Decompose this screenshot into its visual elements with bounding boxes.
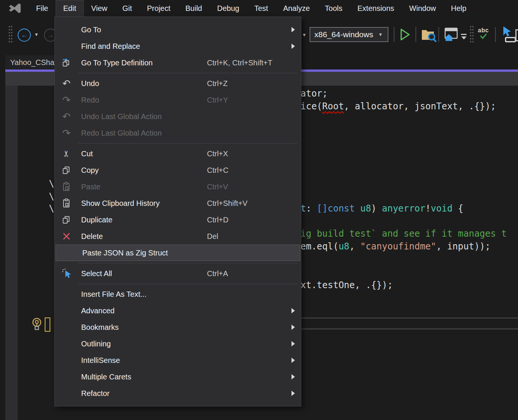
menu-item-redo[interactable]: ↷RedoCtrl+Y — [55, 92, 301, 108]
submenu-arrow-icon — [291, 27, 295, 32]
menu-item-undo-last-global-action[interactable]: ↶Undo Last Global Action — [55, 108, 301, 125]
copy-icon — [55, 166, 78, 175]
quick-actions-lightbulb[interactable] — [32, 317, 42, 332]
menu-item-find-and-replace[interactable]: Find and Replace — [55, 38, 301, 54]
build-config-dropdown[interactable]: x86_64-windows ▼ — [310, 27, 388, 42]
menubar-item-view[interactable]: View — [84, 0, 115, 17]
clipboard-icon — [55, 198, 78, 208]
menu-item-copy[interactable]: CopyCtrl+C — [55, 162, 301, 178]
code-line: xt.testOne, .{}); — [301, 279, 393, 292]
pane-splitter[interactable] — [301, 317, 518, 319]
menu-item-multiple-carets[interactable]: Multiple Carets — [55, 369, 301, 385]
home-window-button[interactable] — [444, 27, 458, 42]
code-token: { — [453, 203, 464, 214]
clipped-toolbar-icon[interactable] — [515, 29, 518, 41]
menu-item-label: Paste — [81, 183, 100, 191]
menu-item-go-to[interactable]: Go To — [55, 21, 301, 38]
menu-item-paste[interactable]: PasteCtrl+V — [55, 178, 301, 195]
menu-item-label: Refactor — [81, 389, 110, 398]
code-token: ice( — [301, 101, 322, 112]
pane-splitter[interactable] — [301, 328, 518, 329]
menu-item-label: Find and Replace — [81, 42, 140, 51]
code-token: , — [349, 241, 360, 252]
chevron-down-icon: ▼ — [378, 32, 383, 37]
menu-item-intellisense[interactable]: IntelliSense — [55, 352, 301, 369]
code-token: void — [431, 203, 453, 214]
menubar-item-build[interactable]: Build — [178, 0, 210, 17]
visual-studio-logo-icon — [8, 3, 23, 14]
build-config-value: x86_64-windows — [314, 30, 377, 39]
menubar-items: FileEditViewGitProjectBuildDebugTestAnal… — [29, 0, 474, 17]
menu-bar: FileEditViewGitProjectBuildDebugTestAnal… — [0, 0, 518, 17]
menu-separator — [78, 263, 298, 263]
menu-item-shortcut: Ctrl+Z — [207, 79, 228, 88]
menu-separator — [78, 73, 298, 73]
code-line: \ — [49, 202, 54, 215]
menu-item-insert-file-as-text[interactable]: Insert File As Text... — [55, 286, 301, 302]
code-token: ator; — [301, 88, 328, 99]
menu-item-label: Select All — [81, 269, 112, 278]
toolbar-drag-grip[interactable] — [470, 25, 474, 44]
code-token: Root — [322, 101, 344, 112]
code-token: em.eql( — [301, 241, 338, 252]
menu-item-label: Outlining — [81, 340, 111, 348]
code-token: \ — [49, 178, 54, 189]
menubar-item-help[interactable]: Help — [443, 0, 474, 17]
toolbar-overflow-dropdown[interactable] — [461, 34, 467, 39]
menubar-item-project[interactable]: Project — [139, 0, 178, 17]
menu-item-select-all[interactable]: Select AllCtrl+A — [55, 265, 301, 282]
menu-separator — [78, 143, 298, 144]
menu-item-duplicate[interactable]: DuplicateCtrl+D — [55, 212, 301, 228]
menubar-item-edit[interactable]: Edit — [56, 0, 83, 17]
menu-item-cut[interactable]: ✂CutCtrl+X — [55, 145, 301, 162]
menubar-item-debug[interactable]: Debug — [210, 0, 247, 17]
menu-item-redo-last-global-action[interactable]: ↷Redo Last Global Action — [55, 125, 301, 141]
menubar-item-git[interactable]: Git — [115, 0, 140, 17]
submenu-arrow-icon — [291, 358, 295, 363]
menu-item-label: Undo Last Global Action — [81, 112, 162, 121]
spell-check-label: abc — [478, 27, 489, 33]
find-in-files-button[interactable] — [421, 27, 436, 42]
run-button[interactable] — [399, 28, 411, 41]
menu-item-delete[interactable]: DeleteDel — [55, 228, 301, 245]
code-token: u8 — [338, 241, 349, 252]
menu-item-label: IntelliSense — [81, 356, 120, 365]
menu-item-label: Go To Type Definition — [81, 59, 153, 67]
menu-item-shortcut: Ctrl+Shift+V — [207, 199, 248, 208]
menu-item-paste-json-as-zig-struct[interactable]: Paste JSON as Zig Struct — [56, 245, 300, 261]
tab-label: Yahoo_CSha — [10, 58, 54, 67]
select-all-icon — [55, 268, 78, 279]
menubar-item-tools[interactable]: Tools — [317, 0, 350, 17]
hidden-combo-caret-icon[interactable]: ▼ — [302, 32, 307, 38]
menu-item-go-to-type-definition[interactable]: Go To Type DefinitionCtrl+K, Ctrl+Shift+… — [55, 54, 301, 71]
menu-item-shortcut: Ctrl+K, Ctrl+Shift+T — [207, 59, 272, 67]
code-line: ator; — [301, 87, 328, 100]
menu-item-outlining[interactable]: Outlining — [55, 335, 301, 352]
menu-item-shortcut: Ctrl+V — [207, 183, 228, 191]
menubar-item-analyze[interactable]: Analyze — [276, 0, 317, 17]
menubar-item-file[interactable]: File — [29, 0, 56, 17]
menu-item-advanced[interactable]: Advanced — [55, 302, 301, 319]
submenu-arrow-icon — [291, 308, 295, 313]
code-token: , input)); — [436, 241, 491, 252]
toolbar-drag-grip[interactable] — [8, 25, 12, 44]
menu-item-refactor[interactable]: Refactor — [55, 385, 301, 402]
menu-item-bookmarks[interactable]: Bookmarks — [55, 319, 301, 335]
navigate-back-button[interactable]: ← — [18, 29, 31, 42]
menu-item-shortcut: Ctrl+A — [207, 269, 228, 278]
edit-menu: Go ToFind and ReplaceGo To Type Definiti… — [54, 17, 301, 406]
menubar-item-extensions[interactable]: Extensions — [350, 0, 402, 17]
menu-item-show-clipboard-history[interactable]: Show Clipboard HistoryCtrl+Shift+V — [55, 195, 301, 212]
back-history-caret-icon[interactable]: ▼ — [34, 32, 39, 37]
check-icon — [480, 33, 487, 39]
menubar-item-window[interactable]: Window — [402, 0, 443, 17]
menubar-item-test[interactable]: Test — [247, 0, 276, 17]
duplicate-icon — [55, 215, 78, 224]
undo-icon: ↶ — [55, 79, 78, 88]
menu-item-label: Copy — [81, 166, 99, 175]
menu-item-undo[interactable]: ↶UndoCtrl+Z — [55, 75, 301, 92]
spell-check-button[interactable]: abc — [478, 27, 489, 39]
delete-icon — [55, 232, 78, 240]
goto-type-definition-icon — [55, 58, 78, 68]
code-line: \ — [49, 177, 54, 190]
